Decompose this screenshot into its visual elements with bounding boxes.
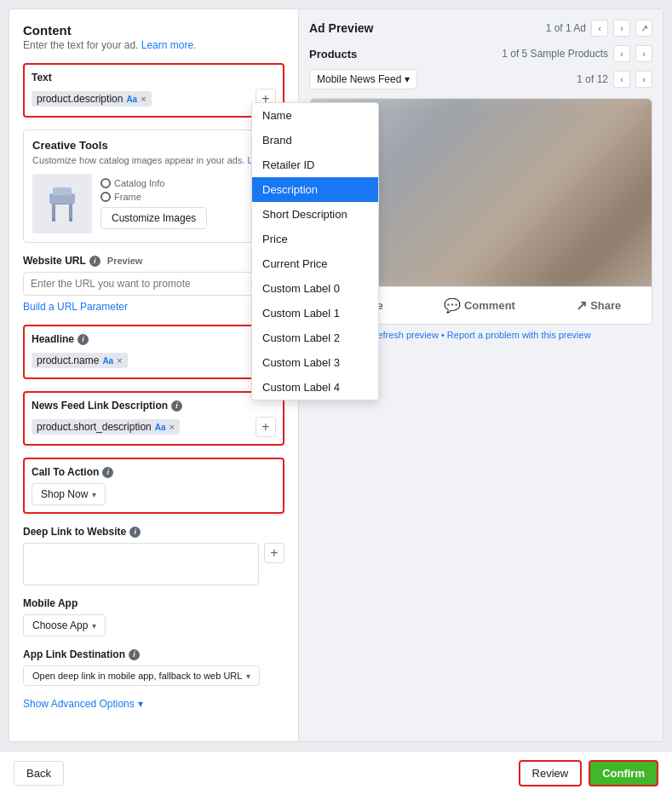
newsfeed-tag-text: product.short_description	[37, 421, 152, 433]
chair-image	[32, 174, 92, 233]
comment-icon: 💬	[444, 297, 461, 314]
app-link-info-icon[interactable]: i	[129, 649, 140, 660]
deep-link-text: Deep Link to Website	[23, 526, 126, 538]
deep-link-inner: +	[23, 543, 284, 585]
website-url-input[interactable]	[23, 272, 284, 296]
newsfeed-info-icon[interactable]: i	[171, 400, 182, 412]
newsfeed-tag[interactable]: product.short_description Aa ×	[32, 419, 180, 435]
cta-text: Call To Action	[32, 466, 99, 478]
dropdown-item-description[interactable]: Description	[252, 177, 299, 202]
report-problem-link[interactable]: Report a problem with this preview	[447, 330, 591, 340]
newsfeed-plus-button[interactable]: +	[256, 417, 276, 437]
deep-link-label: Deep Link to Website i	[23, 526, 284, 538]
tag-close-icon[interactable]: ×	[141, 94, 146, 104]
app-link-text: App Link Destination	[23, 648, 125, 660]
dropdown-item-retailer-id[interactable]: Retailer ID	[252, 153, 299, 177]
preview-label: Preview	[107, 256, 143, 266]
learn-more-link[interactable]: Learn more.	[141, 39, 197, 51]
newsfeed-tag-close-icon[interactable]: ×	[169, 422, 175, 432]
confirm-button[interactable]: Confirm	[589, 760, 658, 786]
comment-button[interactable]: 💬 Comment	[437, 294, 522, 317]
radio-frame-icon	[101, 192, 111, 202]
deep-link-info-icon[interactable]: i	[129, 527, 141, 538]
dropdown-item-current-price[interactable]: Current Price	[252, 251, 299, 276]
refresh-preview-link[interactable]: Refresh preview	[370, 330, 438, 340]
prev-product-button[interactable]: ‹	[613, 45, 630, 62]
mobile-feed-arrow-icon: ▾	[405, 73, 410, 85]
tag-text: product.description	[37, 93, 123, 105]
cta-label: Call To Action i	[32, 466, 276, 478]
headline-tag-text: product.name	[37, 354, 99, 366]
svg-rect-5	[52, 218, 55, 222]
mobile-app-dropdown[interactable]: Choose App ▾	[23, 614, 106, 637]
dropdown-item-custom-label-0[interactable]: Custom Label 0	[252, 276, 299, 301]
frame-label: Frame	[114, 192, 141, 202]
frame-option[interactable]: Frame	[101, 192, 207, 202]
catalog-info-option[interactable]: Catalog Info	[101, 178, 207, 188]
svg-rect-3	[52, 205, 55, 220]
cta-dropdown-button[interactable]: Shop Now ▾	[32, 483, 106, 505]
build-url-link[interactable]: Build a URL Parameter	[23, 301, 284, 313]
text-tag[interactable]: product.description Aa ×	[32, 91, 152, 107]
cta-section-box: Call To Action i Shop Now ▾	[23, 458, 284, 514]
ad-preview-title: Ad Preview	[309, 21, 373, 35]
deep-link-textarea[interactable]	[23, 543, 259, 585]
website-url-info-icon[interactable]: i	[89, 256, 101, 267]
dropdown-item-custom-label-3[interactable]: Custom Label 3	[252, 350, 299, 375]
preview-links-separator: •	[441, 330, 447, 340]
mobile-feed-label: Mobile News Feed	[317, 73, 401, 85]
headline-tag-close-icon[interactable]: ×	[117, 355, 122, 366]
main-container: Content Enter the text for your ad. Lear…	[9, 9, 663, 742]
dropdown-item-short-description[interactable]: Short Description	[252, 202, 299, 227]
mobile-app-section: Mobile App Choose App ▾	[23, 597, 284, 637]
preview-controls: Mobile News Feed ▾ 1 of 12 ‹ ›	[309, 69, 652, 89]
creative-tools-desc: Customize how catalog images appear in y…	[32, 155, 275, 165]
next-ad-button[interactable]: ›	[613, 20, 630, 37]
products-nav: 1 of 5 Sample Products ‹ ›	[502, 45, 652, 62]
text-tag-row: product.description Aa × +	[32, 89, 276, 109]
next-product-button[interactable]: ›	[635, 45, 652, 62]
products-bar: Products 1 of 5 Sample Products ‹ ›	[309, 45, 652, 62]
image-pagination: 1 of 12	[577, 73, 608, 85]
headline-section-box: Headline i product.name Aa × +	[23, 325, 284, 379]
next-image-button[interactable]: ›	[635, 71, 652, 88]
cta-info-icon[interactable]: i	[102, 467, 113, 478]
headline-label: Headline i	[32, 333, 276, 345]
share-label: Share	[590, 299, 621, 312]
headline-tag[interactable]: product.name Aa ×	[32, 353, 128, 368]
prev-image-button[interactable]: ‹	[613, 71, 630, 88]
app-link-value: Open deep link in mobile app, fallback t…	[32, 671, 242, 681]
back-button[interactable]: Back	[14, 761, 64, 786]
mobile-feed-dropdown[interactable]: Mobile News Feed ▾	[309, 69, 417, 89]
dropdown-item-brand[interactable]: Brand	[252, 128, 299, 153]
website-url-section: Website URL i Preview Build a URL Parame…	[23, 255, 284, 313]
catalog-options-col: Catalog Info Frame Customize Images	[101, 178, 207, 229]
dropdown-item-custom-label-2[interactable]: Custom Label 2	[252, 325, 299, 350]
cta-value: Shop Now	[41, 488, 88, 500]
dropdown-item-custom-label-4[interactable]: Custom Label 4	[252, 375, 299, 400]
prev-ad-button[interactable]: ‹	[591, 20, 608, 37]
customize-images-button[interactable]: Customize Images	[101, 207, 207, 229]
advanced-options-toggle[interactable]: Show Advanced Options ▾	[23, 698, 284, 710]
preview-nav: 1 of 1 Ad ‹ › ↗	[546, 20, 652, 37]
creative-tools-box: Creative Tools Customize how catalog ima…	[23, 130, 284, 243]
aa-badge: Aa	[126, 95, 137, 104]
deep-link-plus-button[interactable]: +	[264, 543, 284, 563]
right-actions: Review Confirm	[519, 760, 658, 786]
headline-info-icon[interactable]: i	[78, 334, 89, 345]
dropdown-item-price[interactable]: Price	[252, 227, 299, 251]
cta-dropdown-arrow-icon: ▾	[92, 490, 96, 499]
external-link-button[interactable]: ↗	[635, 20, 652, 37]
headline-text: Headline	[32, 333, 74, 345]
panel-subtitle: Enter the text for your ad. Learn more.	[23, 39, 284, 51]
catalog-info-label: Catalog Info	[114, 178, 164, 188]
dropdown-item-custom-label-1[interactable]: Custom Label 1	[252, 301, 299, 325]
app-link-dropdown[interactable]: Open deep link in mobile app, fallback t…	[23, 665, 260, 686]
advanced-options-label: Show Advanced Options	[23, 698, 135, 710]
newsfeed-label: News Feed Link Description i	[32, 400, 276, 412]
dropdown-item-name[interactable]: Name	[252, 103, 299, 128]
review-button[interactable]: Review	[519, 760, 583, 786]
text-section-box: Text product.description Aa × +	[23, 63, 284, 118]
mobile-app-value: Choose App	[32, 619, 88, 631]
share-button[interactable]: ↗ Share	[569, 294, 628, 317]
